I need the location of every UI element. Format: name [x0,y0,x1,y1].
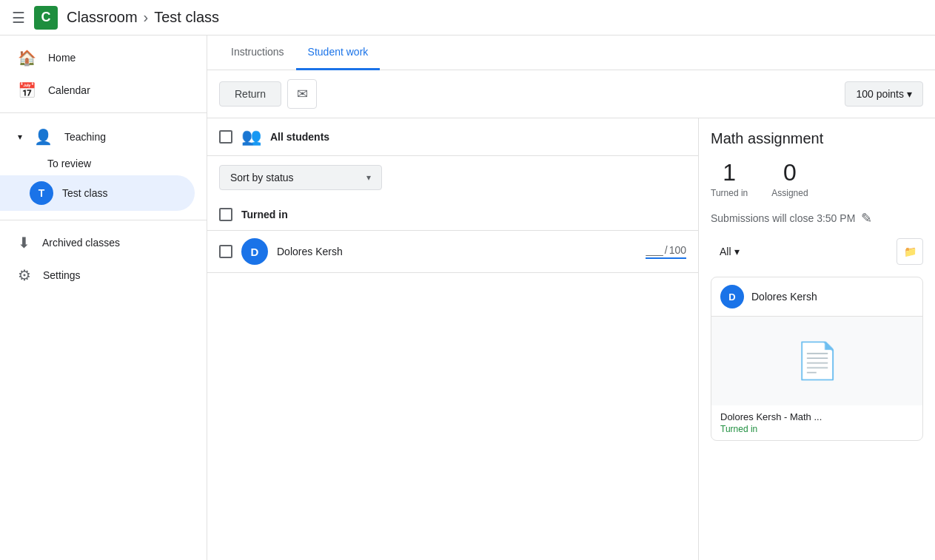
filter-arrow: ▾ [734,246,740,257]
teaching-arrow: ▾ [18,132,22,142]
stat-assigned: 0 Assigned [771,159,808,198]
stat-turned-in: 1 Turned in [711,159,748,198]
content-area: 👥 All students Sort by status ▾ Turned i… [207,118,935,560]
tabs: Instructions Student work [207,36,935,70]
turned-in-number: 1 [711,159,748,186]
app-name: Classroom [67,9,138,26]
card-filename: Dolores Kersh - Math ... [720,411,914,422]
folder-icon: 📁 [904,246,916,257]
people-icon: 👤 [34,128,53,146]
home-icon: 🏠 [18,49,36,67]
student-name-dolores: Dolores Kersh [277,246,637,257]
top-header: ☰ C Classroom › Test class [0,0,935,36]
points-dropdown[interactable]: 100 points ▾ [845,81,923,107]
layout: 🏠 Home 📅 Calendar ▾ 👤 Teaching To review… [0,36,935,560]
card-avatar: D [720,285,744,308]
student-list: 👥 All students Sort by status ▾ Turned i… [207,118,698,560]
turned-in-stat-label: Turned in [711,188,748,198]
sort-dropdown-row: Sort by status ▾ [207,156,698,199]
sidebar-item-to-review[interactable]: To review [0,152,195,175]
archived-label: Archived classes [42,237,120,249]
document-icon: 📄 [795,340,840,382]
email-icon: ✉ [297,86,308,102]
card-footer: Dolores Kersh - Math ... Turned in [711,405,922,440]
all-students-icon: 👥 [241,127,261,146]
menu-icon[interactable]: ☰ [12,9,25,27]
sidebar-label-home: Home [48,52,76,64]
submission-card[interactable]: D Dolores Kersh 📄 Dolores Kersh - Math .… [711,277,923,441]
all-students-label: All students [270,131,329,143]
filter-label: All [720,246,731,257]
stats-row: 1 Turned in 0 Assigned [711,159,923,198]
tab-student-work[interactable]: Student work [296,36,381,70]
folder-button[interactable]: 📁 [897,238,923,265]
edit-close-time-icon[interactable]: ✎ [861,210,872,226]
email-button[interactable]: ✉ [287,79,317,109]
sidebar-label-calendar: Calendar [48,84,90,96]
sidebar-item-archived[interactable]: ⬇ Archived classes [0,226,195,259]
status-turned-in-row: Turned in [207,199,698,231]
card-header: D Dolores Kersh [711,277,922,317]
turned-in-label: Turned in [241,209,288,220]
sidebar-divider-1 [0,112,207,113]
submission-close: Submissions will close 3:50 PM ✎ [711,210,923,226]
turned-in-group-checkbox[interactable] [219,208,232,221]
teaching-text: Teaching [64,131,106,143]
filter-row: All ▾ 📁 [711,238,923,265]
sidebar-item-test-class[interactable]: T Test class [0,175,195,211]
right-panel: Math assignment 1 Turned in 0 Assigned S… [698,118,935,560]
breadcrumb-sep: › [144,9,149,26]
sort-arrow: ▾ [366,172,371,183]
sidebar-item-calendar[interactable]: 📅 Calendar [0,74,195,107]
grade-prefix: ___ [646,244,663,256]
student-row-dolores[interactable]: D Dolores Kersh ___ / 100 [207,231,698,273]
settings-label: Settings [43,269,81,281]
assigned-stat-label: Assigned [771,188,808,198]
assignment-title: Math assignment [711,130,923,147]
grade-slash: / [665,244,668,256]
points-label: 100 points [856,88,904,100]
teaching-section: ▾ 👤 Teaching To review T Test class [0,119,207,214]
toolbar: Return ✉ 100 points ▾ [207,70,935,118]
calendar-icon: 📅 [18,81,36,99]
student-checkbox-dolores[interactable] [219,245,232,258]
settings-icon: ⚙ [18,266,31,284]
class-avatar-t: T [30,181,53,205]
class-name-test-class: Test class [62,187,107,199]
card-preview: 📄 [711,317,922,405]
sort-label: Sort by status [230,172,294,183]
card-student-name: Dolores Kersh [751,291,817,303]
points-arrow: ▾ [907,88,912,100]
main-content: Instructions Student work Return ✉ 100 p… [207,36,935,560]
sort-by-status-dropdown[interactable]: Sort by status ▾ [219,165,382,190]
to-review-label: To review [47,158,91,169]
header-title: Classroom › Test class [67,9,219,26]
student-avatar-dolores: D [241,238,268,265]
tab-instructions[interactable]: Instructions [219,36,296,70]
sidebar-item-settings[interactable]: ⚙ Settings [0,259,195,291]
grade-total: 100 [669,244,686,256]
assigned-number: 0 [771,159,808,186]
return-button[interactable]: Return [219,81,281,107]
archived-icon: ⬇ [18,234,30,252]
filter-all-dropdown[interactable]: All ▾ [711,241,748,262]
sidebar-item-home[interactable]: 🏠 Home [0,41,195,74]
classroom-logo: C [34,6,58,30]
card-status: Turned in [720,424,914,434]
sidebar: 🏠 Home 📅 Calendar ▾ 👤 Teaching To review… [0,36,207,560]
teaching-label[interactable]: ▾ 👤 Teaching [0,122,207,152]
sidebar-divider-2 [0,220,207,220]
page-title: Test class [154,9,219,26]
submission-close-text: Submissions will close 3:50 PM [711,212,855,224]
all-students-checkbox[interactable] [219,130,232,144]
all-students-row: 👥 All students [207,118,698,156]
grade-display-dolores: ___ / 100 [646,244,686,259]
